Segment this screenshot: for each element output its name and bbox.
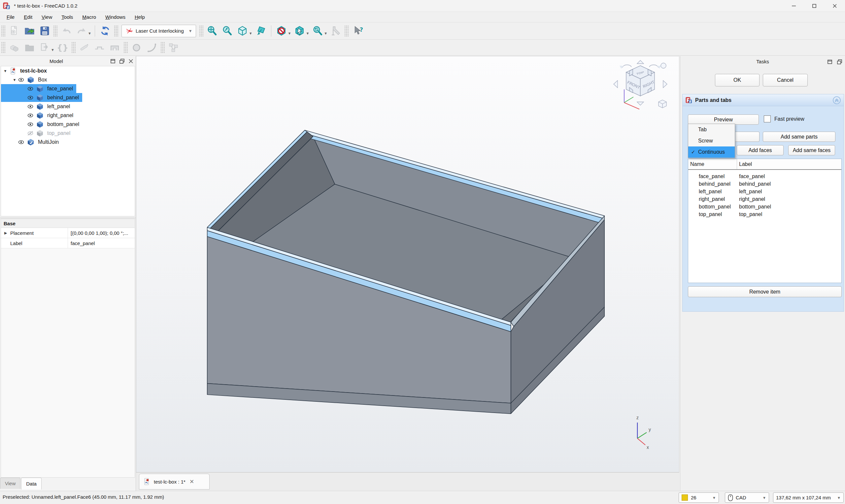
sync-view-button[interactable] bbox=[310, 23, 325, 39]
add-same-faces-button[interactable]: Add same faces bbox=[788, 145, 835, 155]
column-label[interactable]: Label bbox=[737, 159, 752, 169]
tree-item-box[interactable]: ▼Box bbox=[1, 75, 135, 84]
parts-table-row[interactable]: top_panel top_panel bbox=[688, 211, 841, 218]
workbench-selector[interactable]: Laser Cut Interlocking▼ bbox=[122, 25, 196, 37]
toolbar-drag-handle[interactable] bbox=[1, 41, 5, 53]
add-same-parts-button[interactable]: Add same parts bbox=[763, 132, 835, 142]
add-parts-button[interactable] bbox=[735, 132, 759, 142]
tree-item-test-lc-box[interactable]: ▼test-lc-box bbox=[1, 66, 135, 75]
navigation-cube[interactable]: TOP FRONT RIGHT bbox=[612, 60, 672, 112]
menu-tools[interactable]: Tools bbox=[57, 13, 77, 21]
visibility-eye-off-icon[interactable] bbox=[27, 130, 34, 137]
property-group-header[interactable]: Base bbox=[1, 219, 135, 228]
toolbar-drag-handle[interactable] bbox=[114, 25, 118, 37]
menu-edit[interactable]: Edit bbox=[19, 13, 37, 21]
column-name[interactable]: Name bbox=[688, 159, 737, 169]
open-document-button[interactable] bbox=[22, 23, 37, 39]
isometric-view-button[interactable] bbox=[235, 23, 250, 39]
document-tab[interactable]: test-lc-box : 1* ✕ bbox=[139, 474, 210, 489]
cancel-button[interactable]: Cancel bbox=[763, 74, 808, 86]
parts-table-row[interactable]: face_panel face_panel bbox=[688, 173, 841, 180]
navigation-style-combo[interactable]: CAD ▼ bbox=[725, 492, 769, 503]
toolbar-drag-handle[interactable] bbox=[345, 25, 349, 37]
expand-arrow-icon[interactable]: ▶ bbox=[4, 231, 10, 235]
undock-panel-icon[interactable] bbox=[119, 58, 125, 64]
visibility-eye-icon[interactable] bbox=[17, 139, 25, 146]
preview-button[interactable]: Preview bbox=[688, 114, 759, 125]
parts-table-row[interactable]: left_panel left_panel bbox=[688, 188, 841, 195]
visibility-eye-icon[interactable] bbox=[27, 85, 34, 92]
tab-view[interactable]: View bbox=[0, 478, 20, 489]
cube-icon bbox=[36, 85, 44, 93]
draw-style-button[interactable] bbox=[274, 23, 289, 39]
toolbar-drag-handle[interactable] bbox=[161, 41, 165, 53]
whats-this-button[interactable]: ? bbox=[350, 23, 365, 39]
ok-button[interactable]: OK bbox=[715, 74, 759, 86]
visibility-eye-icon[interactable] bbox=[27, 121, 34, 128]
navigation-style-value: CAD bbox=[736, 495, 746, 500]
remove-item-button[interactable]: Remove item bbox=[688, 286, 842, 297]
toolbar-drag-handle[interactable] bbox=[72, 41, 75, 53]
tree-item-behind_panel[interactable]: behind_panel bbox=[1, 93, 135, 102]
tree-item-right_panel[interactable]: right_panel bbox=[1, 111, 135, 120]
save-document-button[interactable] bbox=[37, 23, 52, 39]
minimize-button[interactable] bbox=[784, 0, 804, 12]
parts-table-row[interactable]: behind_panel behind_panel bbox=[688, 180, 841, 188]
section-header[interactable]: Parts and tabs bbox=[683, 94, 844, 106]
y-axis-label: y bbox=[649, 427, 651, 432]
pencil-icon bbox=[79, 42, 90, 53]
model-tree[interactable]: ▼test-lc-box▼Boxface_panelbehind_panelle… bbox=[1, 66, 135, 216]
undock-panel-icon[interactable] bbox=[837, 59, 842, 65]
toolbar-drag-handle[interactable] bbox=[53, 25, 57, 37]
parts-table-row[interactable]: bottom_panel bottom_panel bbox=[688, 203, 841, 211]
close-button[interactable] bbox=[825, 0, 845, 12]
property-value[interactable]: face_panel bbox=[68, 238, 135, 248]
float-panel-icon[interactable] bbox=[110, 58, 116, 64]
notifications-combo[interactable]: 26 ▼ bbox=[679, 492, 719, 503]
menu-help[interactable]: Help bbox=[130, 13, 149, 21]
parts-table[interactable]: Name Label face_panel face_panelbehind_p… bbox=[688, 159, 842, 283]
visibility-eye-icon[interactable] bbox=[27, 103, 34, 110]
property-row-label[interactable]: Label face_panel bbox=[1, 238, 135, 248]
tree-expand-arrow-icon[interactable]: ▼ bbox=[12, 78, 17, 82]
menu-macro[interactable]: Macro bbox=[77, 13, 101, 21]
tree-item-multijoin[interactable]: MultiJoin bbox=[1, 138, 135, 146]
set-view-plane-button[interactable] bbox=[253, 23, 268, 39]
fit-selection-button[interactable] bbox=[220, 23, 235, 39]
visibility-eye-icon[interactable] bbox=[27, 112, 34, 119]
fast-preview-checkbox[interactable] bbox=[764, 115, 771, 122]
menu-item-continuous[interactable]: ✓ Continuous bbox=[688, 146, 735, 158]
tree-item-left_panel[interactable]: left_panel bbox=[1, 102, 135, 111]
toolbar-drag-handle[interactable] bbox=[124, 41, 128, 53]
collapse-section-icon[interactable] bbox=[832, 96, 841, 105]
toolbar-drag-handle[interactable] bbox=[1, 25, 5, 37]
visibility-eye-icon[interactable] bbox=[17, 76, 25, 84]
refresh-document-button[interactable] bbox=[98, 23, 113, 39]
arc-tool-button bbox=[144, 40, 159, 55]
box-selection-button[interactable] bbox=[292, 23, 307, 39]
property-row-placement[interactable]: ▶ Placement [(0,00 0,00 1,00); 0,00 °;..… bbox=[1, 228, 135, 238]
tree-item-bottom_panel[interactable]: bottom_panel bbox=[1, 120, 135, 129]
fit-all-button[interactable] bbox=[205, 23, 220, 39]
dimensions-combo[interactable]: 137,62 mm x 107,24 mm ▼ bbox=[773, 492, 844, 503]
tree-expand-arrow-icon[interactable]: ▼ bbox=[3, 69, 7, 73]
visibility-eye-icon[interactable] bbox=[27, 94, 34, 101]
tab-close-icon[interactable]: ✕ bbox=[190, 478, 194, 485]
toolbar-drag-handle[interactable] bbox=[199, 25, 203, 37]
float-panel-icon[interactable] bbox=[827, 59, 833, 65]
menu-view[interactable]: View bbox=[37, 13, 57, 21]
parts-table-row[interactable]: right_panel right_panel bbox=[688, 195, 841, 203]
property-value[interactable]: [(0,00 0,00 1,00); 0,00 °;... bbox=[68, 228, 135, 238]
close-panel-icon[interactable] bbox=[128, 58, 134, 64]
tree-item-face_panel[interactable]: face_panel bbox=[1, 84, 135, 93]
menu-item-screw[interactable]: Screw bbox=[688, 135, 735, 146]
tab-data[interactable]: Data bbox=[21, 478, 41, 489]
menu-item-tab[interactable]: Tab bbox=[688, 124, 735, 135]
add-faces-button[interactable]: Add faces bbox=[737, 145, 784, 155]
3d-scene[interactable] bbox=[136, 56, 679, 472]
maximize-button[interactable] bbox=[804, 0, 825, 12]
menu-file[interactable]: File bbox=[2, 13, 19, 21]
menu-windows[interactable]: Windows bbox=[101, 13, 130, 21]
3d-viewport[interactable]: TOP FRONT RIGHT z y x bbox=[136, 56, 679, 472]
tree-item-top_panel[interactable]: top_panel bbox=[1, 129, 135, 138]
